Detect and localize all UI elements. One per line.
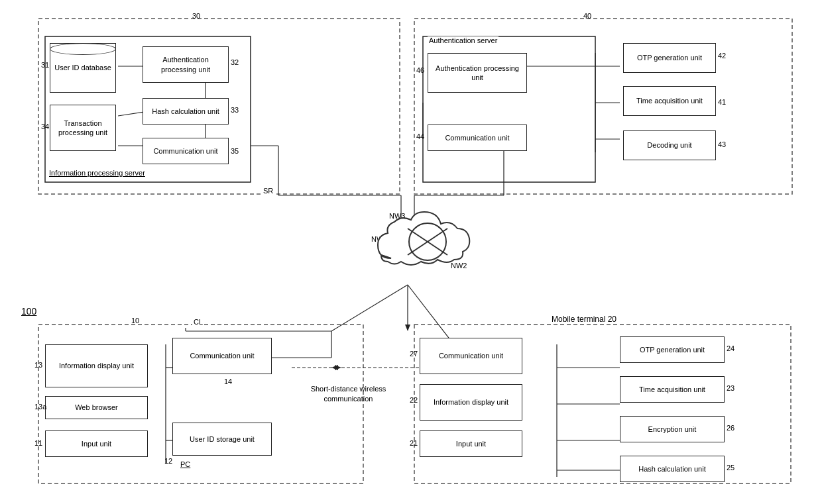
ref-21: 21 xyxy=(410,439,418,447)
ref-34: 34 xyxy=(41,123,49,130)
ref-32: 32 xyxy=(231,58,239,66)
comm-unit-box-left: Communication unit xyxy=(143,138,229,164)
cl-label: CL xyxy=(192,318,204,326)
sr-label: SR xyxy=(262,187,274,195)
ref-31: 31 xyxy=(41,61,49,69)
svg-marker-21 xyxy=(405,325,410,331)
ref-24: 24 xyxy=(727,344,734,352)
decode-unit-box: Decoding unit xyxy=(623,130,716,160)
transaction-unit-box: Transaction processing unit xyxy=(50,105,116,151)
ref-22: 22 xyxy=(410,396,418,404)
ref-40: 40 xyxy=(583,12,591,20)
short-distance-label: Short-distance wireless communication xyxy=(297,384,400,405)
info-display-box-mobile: Information display unit xyxy=(420,384,522,421)
ref-30: 30 xyxy=(192,12,200,20)
ref-11: 11 xyxy=(34,439,42,447)
user-id-storage-box: User ID storage unit xyxy=(172,423,272,456)
hash-unit-box-mobile: Hash calculation unit xyxy=(620,456,725,482)
ref-27: 27 xyxy=(410,350,418,358)
ref-12: 12 xyxy=(164,457,172,465)
ref-13a: 13a xyxy=(34,403,46,411)
svg-marker-32 xyxy=(335,365,341,370)
svg-line-26 xyxy=(331,285,408,331)
otp-unit-box-mobile: OTP generation unit xyxy=(620,336,725,363)
input-unit-box-mobile: Input unit xyxy=(420,430,522,457)
ref-23: 23 xyxy=(727,384,734,392)
auth-unit-box-left: Authentication processing unit xyxy=(143,46,229,83)
info-processing-server-label: Information processing server xyxy=(48,169,147,177)
svg-rect-1 xyxy=(414,19,792,194)
comm-unit-box-mobile: Communication unit xyxy=(420,338,522,374)
network-cloud xyxy=(371,205,477,278)
time-unit-box-server: Time acquisition unit xyxy=(623,86,716,116)
hash-unit-box-left: Hash calculation unit xyxy=(143,98,229,125)
web-browser-box: Web browser xyxy=(45,396,148,419)
ref-26: 26 xyxy=(727,424,734,432)
ref-13: 13 xyxy=(34,361,42,369)
ref-46: 46 xyxy=(416,66,424,74)
ref-42: 42 xyxy=(718,52,726,60)
comm-unit-box-pc: Communication unit xyxy=(172,338,272,374)
ref-41: 41 xyxy=(718,98,726,106)
svg-marker-34 xyxy=(331,365,338,370)
encrypt-unit-box: Encryption unit xyxy=(620,416,725,442)
ref-14: 14 xyxy=(224,378,232,385)
ref-44: 44 xyxy=(416,132,424,140)
auth-server-label: Authentication server xyxy=(428,36,499,44)
ref-25: 25 xyxy=(727,464,734,472)
ref-43: 43 xyxy=(718,140,726,148)
otp-unit-box-server: OTP generation unit xyxy=(623,43,716,73)
db-cylinder-top xyxy=(50,43,116,55)
pc-label: PC xyxy=(179,460,192,468)
ref-35: 35 xyxy=(231,147,239,155)
comm-unit-box-right-server: Communication unit xyxy=(428,125,527,151)
mobile-terminal-label: Mobile terminal 20 xyxy=(550,315,618,324)
ref-10: 10 xyxy=(131,317,139,325)
ref-33: 33 xyxy=(231,106,239,114)
auth-unit-box-right: Authentication processing unit xyxy=(428,53,527,93)
input-unit-box-pc: Input unit xyxy=(45,430,148,457)
info-display-box-pc: Information display unit xyxy=(45,344,148,387)
time-unit-box-mobile: Time acquisition unit xyxy=(620,376,725,403)
system-ref-100: 100 xyxy=(21,306,36,317)
